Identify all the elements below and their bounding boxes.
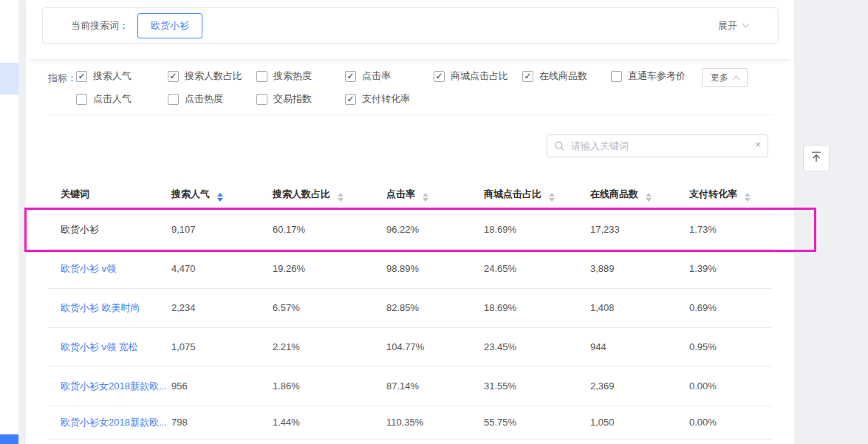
metric-checkbox-点击人气[interactable]: 点击人气	[76, 92, 168, 106]
keyword-link[interactable]: 欧货小衫 v领	[61, 263, 116, 274]
value-cell: 87.14%	[374, 366, 471, 406]
back-to-top-button[interactable]	[803, 145, 830, 171]
value-cell: 104.77%	[374, 327, 471, 366]
current-term-tag[interactable]: 欧货小衫	[137, 13, 202, 38]
sort-icon[interactable]	[646, 193, 652, 202]
search-icon	[554, 140, 565, 154]
sort-icon[interactable]	[549, 193, 555, 202]
sort-icon[interactable]	[338, 193, 344, 202]
metric-checkbox-在线商品数[interactable]: 在线商品数	[522, 69, 611, 83]
value-cell: 2,369	[578, 366, 677, 406]
sort-icon[interactable]	[745, 193, 751, 202]
value-cell: 18.69%	[471, 288, 578, 327]
keyword-table: 关键词 搜索人气 搜索人数占比 点击率 商城点击占	[48, 180, 772, 440]
keyword-search: ×	[547, 134, 768, 157]
value-cell: 0.00%	[677, 406, 772, 439]
sort-icon[interactable]	[423, 193, 428, 202]
checkbox-icon[interactable]	[168, 71, 179, 82]
column-header-mall-click-share[interactable]: 商城点击占比	[471, 180, 578, 210]
table-row: 欧货小衫 9,107 60.17% 96.22% 18.69% 17,233 1…	[48, 210, 772, 249]
clear-search-icon[interactable]: ×	[755, 139, 761, 150]
metric-checkbox-交易指数[interactable]: 交易指数	[256, 92, 345, 106]
metric-label: 搜索热度	[273, 69, 312, 83]
checkbox-icon[interactable]	[256, 94, 267, 105]
chevron-down-icon	[742, 21, 750, 28]
metric-label: 在线商品数	[539, 69, 587, 83]
metric-label: 搜索人数占比	[185, 69, 242, 83]
table-row: 欧货小衫女2018新款欧... 956 1.86% 87.14% 31.55% …	[48, 366, 772, 406]
sidebar-active-item-sliver[interactable]	[0, 63, 18, 95]
value-cell: 0.00%	[677, 366, 772, 406]
value-cell: 31.55%	[471, 366, 578, 406]
keyword-link[interactable]: 欧货小衫 v领 宽松	[61, 341, 138, 352]
value-cell: 55.75%	[471, 406, 578, 439]
checkbox-icon[interactable]	[168, 94, 179, 105]
metric-checkbox-商城点击占比[interactable]: 商城点击占比	[434, 69, 522, 83]
keyword-link[interactable]: 欧货小衫女2018新款欧...	[61, 417, 167, 428]
checkbox-icon[interactable]	[611, 71, 622, 82]
keyword-search-input[interactable]	[547, 134, 768, 157]
column-header-searcher-share[interactable]: 搜索人数占比	[260, 180, 374, 210]
metric-label: 搜索人气	[93, 69, 131, 83]
value-cell: 110.35%	[374, 406, 471, 439]
metrics-checkbox-grid: 搜索人气 搜索人数占比 搜索热度 点击率 商城点击占比 在线商品数	[76, 69, 722, 106]
checkbox-icon[interactable]	[345, 71, 356, 82]
keyword-cell: 欧货小衫	[61, 224, 99, 235]
metric-label: 直通车参考价	[628, 69, 686, 83]
checkbox-icon[interactable]	[522, 71, 533, 82]
value-cell: 60.17%	[260, 210, 374, 249]
column-label: 搜索人数占比	[273, 188, 330, 199]
more-label: 更多	[711, 72, 728, 84]
more-metrics-button[interactable]: 更多	[702, 68, 748, 87]
metric-checkbox-点击热度[interactable]: 点击热度	[168, 92, 256, 106]
metric-checkbox-支付转化率[interactable]: 支付转化率	[345, 92, 434, 106]
checkbox-icon[interactable]	[434, 71, 445, 82]
checkbox-icon[interactable]	[345, 94, 356, 105]
value-cell: 1.44%	[260, 406, 374, 439]
column-header-online-products[interactable]: 在线商品数	[578, 180, 677, 210]
value-cell: 82.85%	[374, 288, 471, 327]
metric-checkbox-搜索热度[interactable]: 搜索热度	[256, 69, 345, 83]
column-header-click-rate[interactable]: 点击率	[374, 180, 471, 210]
metric-checkbox-点击率[interactable]: 点击率	[345, 69, 434, 83]
checkbox-icon[interactable]	[76, 71, 87, 82]
column-header-keyword: 关键词	[48, 180, 159, 210]
section-divider	[48, 115, 772, 115]
value-cell: 1,050	[578, 406, 677, 439]
metric-label: 点击热度	[185, 92, 223, 106]
table-row: 欧货小衫女2018新款欧... 798 1.44% 110.35% 55.75%…	[48, 406, 772, 439]
metric-checkbox-搜索人数占比[interactable]: 搜索人数占比	[168, 69, 256, 83]
value-cell: 1,075	[159, 327, 260, 366]
back-to-top-icon	[810, 150, 823, 166]
metric-label: 点击率	[362, 69, 391, 83]
left-sidebar-edge	[0, 0, 18, 444]
table-row: 欧货小衫 欧美时尚 2,234 6.57% 82.85% 18.69% 1,40…	[48, 288, 772, 327]
expand-label: 展开	[718, 19, 737, 33]
column-header-search-popularity[interactable]: 搜索人气	[159, 180, 260, 210]
value-cell: 956	[159, 366, 260, 406]
column-label: 在线商品数	[590, 188, 638, 199]
page: 当前搜索词： 欧货小衫 展开 指标： 搜索人气 搜索人数占比 搜索热度	[0, 0, 868, 444]
metrics-label: 指标：	[48, 72, 77, 85]
sort-icon[interactable]	[217, 193, 223, 202]
keyword-link[interactable]: 欧货小衫女2018新款欧...	[61, 380, 167, 392]
column-label: 搜索人气	[171, 188, 210, 199]
value-cell: 18.69%	[471, 210, 578, 249]
value-cell: 1.73%	[677, 210, 772, 249]
value-cell: 24.65%	[471, 249, 578, 288]
checkbox-icon[interactable]	[76, 94, 87, 105]
expand-toggle[interactable]: 展开	[718, 19, 748, 33]
column-label: 点击率	[386, 188, 415, 199]
value-cell: 798	[159, 406, 260, 439]
main-panel: 指标： 搜索人气 搜索人数占比 搜索热度 点击率 商城点击占比	[26, 59, 794, 444]
metric-label: 交易指数	[273, 92, 312, 106]
column-label: 商城点击占比	[484, 188, 541, 199]
metric-checkbox-搜索人气[interactable]: 搜索人气	[76, 69, 168, 83]
keyword-link[interactable]: 欧货小衫 欧美时尚	[61, 302, 140, 313]
metric-label: 支付转化率	[362, 92, 410, 106]
table-header-row: 关键词 搜索人气 搜索人数占比 点击率 商城点击占	[48, 180, 772, 210]
checkbox-icon[interactable]	[256, 71, 267, 82]
value-cell: 1.86%	[260, 366, 374, 406]
value-cell: 2.21%	[260, 327, 374, 366]
column-header-payment-conversion[interactable]: 支付转化率	[677, 180, 772, 210]
